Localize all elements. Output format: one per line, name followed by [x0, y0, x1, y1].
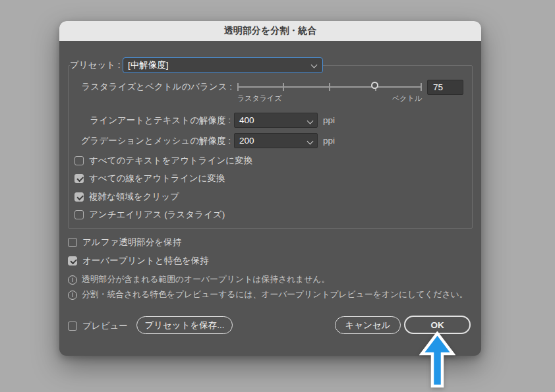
dialog-titlebar: 透明部分を分割・統合 [59, 21, 481, 41]
option-row: オーバープリントと特色を保持 [68, 255, 209, 267]
option-label: すべての線をアウトラインに変換 [89, 173, 225, 184]
checkbox-convert-text-to-outlines[interactable] [74, 156, 84, 165]
slider-tick [329, 83, 330, 91]
preset-dropdown-value: [中解像度] [128, 60, 169, 70]
checkbox-clip-complex-regions[interactable] [74, 192, 84, 202]
option-label: アルファ透明部分を保持 [82, 237, 181, 248]
option-label: オーバープリントと特色を保持 [82, 255, 209, 267]
desktop-background: { "dialog": { "title": "透明部分を分割・統合", "pr… [0, 0, 555, 392]
lineart-resolution-value: 400 [239, 115, 254, 125]
slider-tick [283, 83, 284, 91]
cancel-button[interactable]: キャンセル [335, 316, 401, 334]
option-row: すべてのテキストをアウトラインに変換 [74, 155, 252, 167]
chevron-down-icon [307, 138, 314, 145]
lineart-resolution-unit: ppi [323, 113, 335, 128]
checkbox-preserve-overprints-spot-colors[interactable] [68, 256, 77, 266]
slider-max-label: ベクトル [392, 94, 422, 103]
preview-row: プレビュー [68, 320, 128, 332]
slider-min-label: ラスタライズ [237, 94, 282, 103]
option-label: アンチエイリアス (ラスタライズ) [89, 209, 225, 221]
gradient-resolution-dropdown[interactable]: 200 [234, 133, 318, 148]
option-row: 複雑な領域をクリップ [74, 191, 179, 203]
info-icon: i [68, 275, 77, 285]
preview-label: プレビュー [82, 320, 128, 332]
balance-label: ラスタライズとベクトルのバランス : [68, 80, 232, 94]
lineart-resolution-label: ラインアートとテキストの解像度 : [68, 113, 231, 128]
chevron-down-icon [307, 118, 314, 125]
gradient-resolution-unit: ppi [323, 133, 335, 148]
save-preset-button[interactable]: プリセットを保存... [136, 316, 233, 334]
info-note: i 分割・統合される特色をプレビューするには、オーバープリントプレビューをオンに… [68, 289, 467, 300]
flatten-transparency-dialog: 透明部分を分割・統合 プリセット : [中解像度] ラスタライズとベクトルのバラ… [59, 21, 481, 356]
option-row: アンチエイリアス (ラスタライズ) [74, 209, 225, 221]
gradient-resolution-value: 200 [239, 136, 254, 146]
checkbox-preserve-alpha-transparency[interactable] [68, 238, 77, 247]
info-note-text: 透明部分が含まれる範囲のオーバープリントは保持されません。 [82, 274, 330, 285]
pointer-arrow-icon [419, 331, 455, 388]
info-icon: i [68, 291, 77, 300]
checkbox-antialias-rasterize[interactable] [74, 210, 84, 219]
balance-value-field[interactable]: 75 [427, 80, 463, 95]
preset-label: プリセット : [70, 58, 123, 72]
slider-tick [421, 83, 422, 91]
gradient-resolution-label: グラデーションとメッシュの解像度 : [68, 133, 231, 148]
balance-slider[interactable] [237, 80, 422, 94]
preset-dropdown[interactable]: [中解像度] [123, 57, 323, 73]
checkbox-convert-strokes-to-outlines[interactable] [74, 174, 84, 183]
option-label: すべてのテキストをアウトラインに変換 [89, 155, 252, 167]
slider-sublabels: ラスタライズ ベクトル [237, 94, 422, 103]
slider-tick [237, 83, 239, 91]
option-row: アルファ透明部分を保持 [68, 237, 181, 248]
option-label: 複雑な領域をクリップ [89, 191, 179, 203]
checkbox-preview[interactable] [68, 322, 77, 331]
lineart-resolution-dropdown[interactable]: 400 [234, 113, 318, 128]
dialog-title: 透明部分を分割・統合 [224, 25, 316, 37]
balance-slider-knob[interactable] [371, 82, 378, 89]
option-row: すべての線をアウトラインに変換 [74, 173, 225, 184]
chevron-down-icon [311, 62, 318, 69]
info-note: i 透明部分が含まれる範囲のオーバープリントは保持されません。 [68, 274, 330, 285]
info-note-text: 分割・統合される特色をプレビューするには、オーバープリントプレビューをオンにして… [82, 289, 467, 300]
